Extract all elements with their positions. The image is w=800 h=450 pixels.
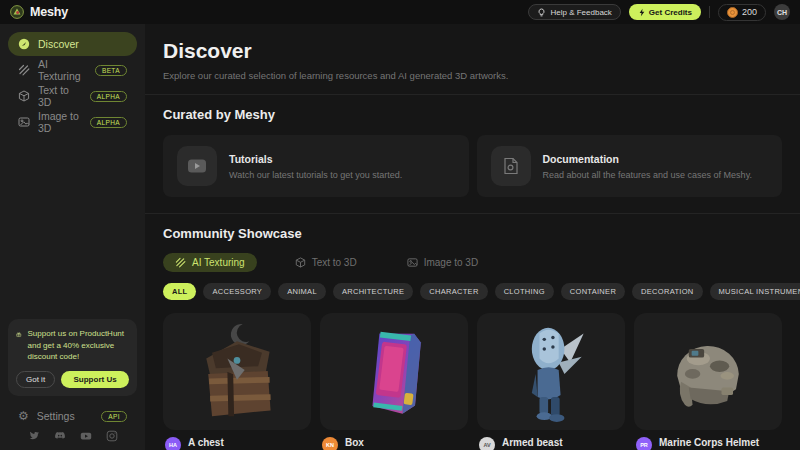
cube-icon [18, 90, 30, 102]
sidebar-item-label: Discover [38, 38, 79, 50]
beta-badge: BETA [95, 65, 127, 76]
page-subtitle: Explore our curated selection of learnin… [163, 70, 782, 81]
meshy-logo[interactable]: Meshy [10, 5, 68, 19]
sidebar-item-settings[interactable]: ⚙ Settings API [8, 410, 137, 422]
model-meta: PR Marine Corps Helmet Proton [634, 437, 782, 450]
got-it-button[interactable]: Got it [16, 371, 55, 388]
hero-section: Discover Explore our curated selection o… [145, 24, 800, 95]
model-thumbnail-chest [189, 320, 285, 424]
tutorials-card[interactable]: Tutorials Watch our latest tutorials to … [163, 135, 469, 197]
topbar: Meshy Help & Feedback Get Credits 200 [0, 0, 800, 24]
support-us-button[interactable]: Support Us [61, 371, 129, 388]
image-icon [18, 116, 30, 128]
documentation-card[interactable]: Documentation Read about all the feature… [477, 135, 783, 197]
discord-icon[interactable] [54, 430, 66, 442]
author-avatar[interactable]: AV [479, 437, 495, 450]
page-title: Discover [163, 39, 782, 63]
tab-ai-texturing[interactable]: AI Texturing [163, 253, 257, 272]
filter-clothing[interactable]: CLOTHING [495, 283, 554, 300]
sidebar-item-label: Image to 3D [38, 110, 82, 134]
meshy-logo-icon [10, 5, 24, 19]
filter-decoration[interactable]: DECORATION [632, 283, 702, 300]
sidebar: Discover AI Texturing BETA Text to 3D AL… [0, 24, 145, 450]
topbar-actions: Help & Feedback Get Credits 200 CH [528, 4, 790, 21]
model-meta: AV Armed beast AvAR [477, 437, 625, 450]
producthunt-promo-card: Support us on ProductHunt and get a 40% … [8, 319, 137, 396]
sidebar-item-image-to-3d[interactable]: Image to 3D ALPHA [8, 110, 137, 134]
community-showcase-section: Community Showcase AI Texturing Text to … [145, 214, 800, 450]
user-avatar[interactable]: CH [774, 4, 790, 20]
sidebar-item-discover[interactable]: Discover [8, 32, 137, 56]
author-avatar-initials: HA [169, 442, 177, 448]
filter-musical-instrument[interactable]: MUSICAL INSTRUMENT [710, 283, 800, 300]
credit-balance[interactable]: 200 [718, 4, 766, 21]
model-card-a-chest[interactable] [163, 313, 311, 430]
discover-compass-icon [18, 38, 30, 50]
social-links [0, 430, 145, 442]
sidebar-item-ai-texturing[interactable]: AI Texturing BETA [8, 58, 137, 82]
main-content: Discover Explore our curated selection o… [145, 24, 800, 450]
sidebar-item-label: AI Texturing [38, 58, 87, 82]
topbar-divider [709, 6, 710, 18]
filter-architecture[interactable]: ARCHITECTURE [333, 283, 413, 300]
user-avatar-initials: CH [777, 9, 787, 16]
model-title: Armed beast [502, 437, 563, 448]
documentation-title: Documentation [543, 153, 752, 165]
instagram-icon[interactable] [106, 430, 118, 442]
tab-label: Image to 3D [424, 257, 478, 268]
texture-brush-icon [175, 257, 186, 268]
alpha-badge: ALPHA [90, 117, 127, 128]
cube-icon [295, 257, 306, 268]
curated-section: Curated by Meshy Tutorials Watch our lat… [145, 95, 800, 214]
youtube-icon[interactable] [80, 430, 92, 442]
showcase-cell: KN Box Knight42 [320, 313, 468, 450]
model-meta: KN Box Knight42 [320, 437, 468, 450]
sidebar-item-label: Text to 3D [38, 84, 82, 108]
author-avatar[interactable]: KN [322, 437, 338, 450]
image-icon [407, 257, 418, 268]
tab-text-to-3d[interactable]: Text to 3D [283, 253, 369, 272]
model-thumbnail-box [346, 320, 442, 424]
play-icon [177, 146, 217, 186]
model-card-armed-beast[interactable] [477, 313, 625, 430]
promo-buttons: Got it Support Us [16, 371, 129, 388]
author-avatar[interactable]: HA [165, 437, 181, 450]
showcase-cell: AV Armed beast AvAR [477, 313, 625, 450]
lightbulb-icon [537, 8, 546, 17]
showcase-tabs: AI Texturing Text to 3D Image to 3D [163, 253, 782, 272]
documentation-description: Read about all the features and use case… [543, 170, 752, 180]
filter-character[interactable]: CHARACTER [420, 283, 487, 300]
get-credits-button[interactable]: Get Credits [629, 4, 701, 20]
filter-all[interactable]: ALL [163, 283, 196, 300]
model-card-box[interactable] [320, 313, 468, 430]
tab-label: AI Texturing [192, 257, 245, 268]
credit-count: 200 [742, 7, 757, 17]
settings-label: Settings [37, 410, 75, 422]
help-feedback-button[interactable]: Help & Feedback [528, 4, 620, 20]
sidebar-item-text-to-3d[interactable]: Text to 3D ALPHA [8, 84, 137, 108]
author-avatar[interactable]: PR [636, 437, 652, 450]
model-thumbnail-armed-beast [503, 320, 599, 424]
showcase-cell: PR Marine Corps Helmet Proton [634, 313, 782, 450]
meshy-app: Meshy Help & Feedback Get Credits 200 [0, 0, 800, 450]
category-filters: ALL ACCESSORY ANIMAL ARCHITECTURE CHARAC… [163, 283, 782, 300]
model-meta-text: Marine Corps Helmet Proton [659, 437, 759, 450]
tab-image-to-3d[interactable]: Image to 3D [395, 253, 490, 272]
twitter-icon[interactable] [28, 430, 40, 442]
filter-accessory[interactable]: ACCESSORY [203, 283, 271, 300]
model-card-marine-corps-helmet[interactable] [634, 313, 782, 430]
model-title: A chest [188, 437, 224, 448]
showcase-cell: HA A chest Hannah [163, 313, 311, 450]
get-credits-label: Get Credits [649, 8, 692, 17]
texture-brush-icon [18, 64, 30, 76]
filter-container[interactable]: CONTAINER [561, 283, 625, 300]
author-avatar-initials: KN [326, 442, 334, 448]
coin-icon [727, 7, 738, 18]
model-meta-text: Box Knight42 [345, 437, 377, 450]
tutorials-title: Tutorials [229, 153, 402, 165]
logo-text: Meshy [30, 5, 68, 19]
author-avatar-initials: AV [483, 442, 490, 448]
model-thumbnail-helmet [658, 320, 758, 424]
alpha-badge: ALPHA [90, 91, 127, 102]
filter-animal[interactable]: ANIMAL [278, 283, 326, 300]
